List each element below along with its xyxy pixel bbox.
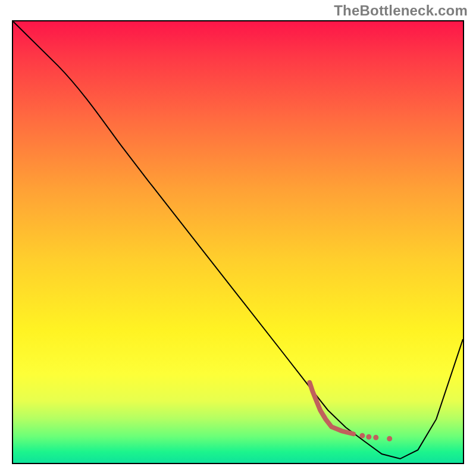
highlight-dot-1 bbox=[359, 433, 365, 439]
highlight-segment-group bbox=[309, 383, 392, 441]
bottleneck-curve-line bbox=[13, 21, 463, 459]
chart-plot-area bbox=[12, 20, 464, 464]
chart-overlay-svg bbox=[13, 21, 463, 463]
highlight-dot-4 bbox=[387, 436, 392, 441]
highlight-dot-3 bbox=[373, 435, 378, 440]
highlight-segment-L bbox=[309, 383, 353, 434]
highlight-dot-2 bbox=[366, 434, 371, 440]
watermark-text: TheBottleneck.com bbox=[334, 2, 468, 19]
